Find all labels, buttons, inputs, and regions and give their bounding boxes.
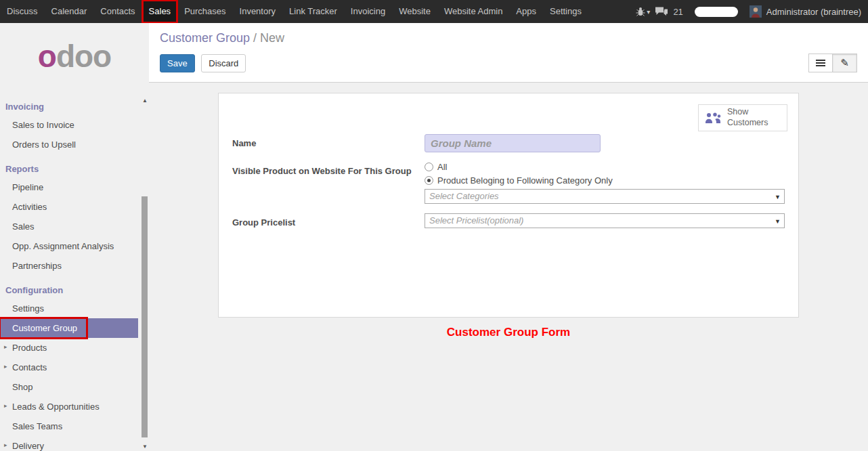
messages-count: 21 <box>673 7 682 17</box>
top-navbar: Discuss Calendar Contacts Sales Purchase… <box>0 0 868 23</box>
menu-sales[interactable]: Sales <box>142 0 178 23</box>
save-button[interactable]: Save <box>160 54 195 72</box>
control-buttons: Save Discard <box>160 54 857 72</box>
sidebar-item-products[interactable]: ▸Products <box>0 338 149 358</box>
group-name-input[interactable] <box>425 134 601 152</box>
systray-pill[interactable] <box>695 7 738 17</box>
menu-settings[interactable]: Settings <box>543 0 588 23</box>
breadcrumb-customer-group[interactable]: Customer Group <box>160 31 250 45</box>
radio-button-checked-icon[interactable] <box>425 176 433 185</box>
expand-caret-icon: ▸ <box>4 402 7 409</box>
sidebar-item-orders-to-upsell[interactable]: Orders to Upsell <box>0 135 149 154</box>
sidebar: odoo Invoicing Sales to Invoice Orders t… <box>0 23 149 451</box>
sidebar-item-sales-to-invoice[interactable]: Sales to Invoice <box>0 115 149 135</box>
list-icon <box>816 60 825 61</box>
pricelist-row: Group Pricelist Select Pricelist(optiona… <box>232 213 785 228</box>
scroll-down-icon[interactable]: ▼ <box>142 444 148 450</box>
main-area: Customer Group / New Save Discard ✎ <box>149 23 868 451</box>
name-row: Name <box>232 134 785 152</box>
menu-invoicing[interactable]: Invoicing <box>344 0 392 23</box>
discard-button[interactable]: Discard <box>201 54 246 72</box>
section-configuration: Configuration <box>0 281 149 299</box>
sidebar-menu: Invoicing Sales to Invoice Orders to Ups… <box>0 98 149 451</box>
scroll-up-icon[interactable]: ▲ <box>142 98 148 104</box>
sidebar-item-sales-teams[interactable]: Sales Teams <box>0 416 149 436</box>
sidebar-item-pipeline[interactable]: Pipeline <box>0 177 149 197</box>
menu-link-tracker[interactable]: Link Tracker <box>282 0 344 23</box>
dropdown-caret-icon: ▾ <box>647 8 650 16</box>
user-avatar-icon <box>750 5 762 18</box>
sidebar-item-opp-assignment-analysis[interactable]: Opp. Assignment Analysis <box>0 236 149 256</box>
user-avatar[interactable] <box>750 5 762 18</box>
view-switcher: ✎ <box>808 53 857 72</box>
radio-button-icon[interactable] <box>425 163 433 171</box>
section-invoicing: Invoicing <box>0 98 149 115</box>
sidebar-scrollbar[interactable] <box>142 196 148 437</box>
select-caret-icon: ▼ <box>775 190 781 204</box>
categories-select[interactable]: Select Categories ▼ <box>425 189 785 204</box>
sidebar-item-settings[interactable]: Settings <box>0 299 149 318</box>
sidebar-item-sales[interactable]: Sales <box>0 217 149 236</box>
radio-all-label: All <box>437 162 447 172</box>
odoo-logo: odoo <box>0 23 149 92</box>
messages-icon[interactable] <box>655 7 668 16</box>
radio-category-label: Product Beloging to Following Category O… <box>437 175 613 186</box>
debug-icon[interactable]: ▾ <box>636 7 650 16</box>
menu-inventory[interactable]: Inventory <box>233 0 282 23</box>
list-view-button[interactable] <box>808 53 833 72</box>
menu-discuss[interactable]: Discuss <box>0 0 45 23</box>
visibility-label: Visible Product on Website For This Grou… <box>232 162 425 204</box>
control-panel: Customer Group / New Save Discard ✎ <box>149 23 868 83</box>
expand-caret-icon: ▸ <box>4 343 7 350</box>
pricelist-select[interactable]: Select Pricelist(optional) ▼ <box>425 213 785 228</box>
radio-all[interactable]: All <box>425 162 785 172</box>
expand-caret-icon: ▸ <box>4 442 7 448</box>
menu-website[interactable]: Website <box>392 0 437 23</box>
sidebar-item-shop[interactable]: Shop <box>0 377 149 397</box>
breadcrumb-current: New <box>260 31 284 45</box>
breadcrumb-separator: / <box>253 31 260 45</box>
sidebar-item-delivery[interactable]: ▸Delivery <box>0 436 149 451</box>
pricelist-label: Group Pricelist <box>232 213 425 228</box>
form-sheet: Show Customers Name Visible Product on W… <box>218 93 799 318</box>
sidebar-item-contacts[interactable]: ▸Contacts <box>0 358 149 377</box>
customers-group-icon <box>704 112 722 124</box>
section-reports: Reports <box>0 160 149 177</box>
user-menu[interactable]: Administrator (braintree) <box>766 7 861 17</box>
visibility-row: Visible Product on Website For This Grou… <box>232 162 785 204</box>
edit-pencil-icon: ✎ <box>840 57 849 69</box>
menu-website-admin[interactable]: Website Admin <box>437 0 509 23</box>
annotation-caption: Customer Group Form <box>149 326 868 339</box>
show-customers-label: Show Customers <box>727 107 776 128</box>
sidebar-item-leads-opportunities[interactable]: ▸Leads & Opportunities <box>0 397 149 416</box>
systray: ▾ 21 Administrator (braintree) <box>636 0 868 23</box>
menu-contacts[interactable]: Contacts <box>93 0 142 23</box>
expand-caret-icon: ▸ <box>4 363 7 370</box>
sidebar-item-customer-group[interactable]: Customer Group <box>0 318 138 338</box>
sidebar-item-partnerships[interactable]: Partnerships <box>0 256 149 276</box>
menu-calendar[interactable]: Calendar <box>45 0 94 23</box>
form-content: Show Customers Name Visible Product on W… <box>149 83 868 451</box>
name-label: Name <box>232 134 425 152</box>
menu-purchases[interactable]: Purchases <box>177 0 232 23</box>
select-caret-icon: ▼ <box>775 214 781 228</box>
menu-apps[interactable]: Apps <box>509 0 543 23</box>
form-view-button[interactable]: ✎ <box>833 53 857 72</box>
sidebar-item-activities[interactable]: Activities <box>0 197 149 217</box>
show-customers-button[interactable]: Show Customers <box>698 104 787 131</box>
breadcrumb: Customer Group / New <box>160 31 857 45</box>
radio-category-only[interactable]: Product Beloging to Following Category O… <box>425 175 785 186</box>
